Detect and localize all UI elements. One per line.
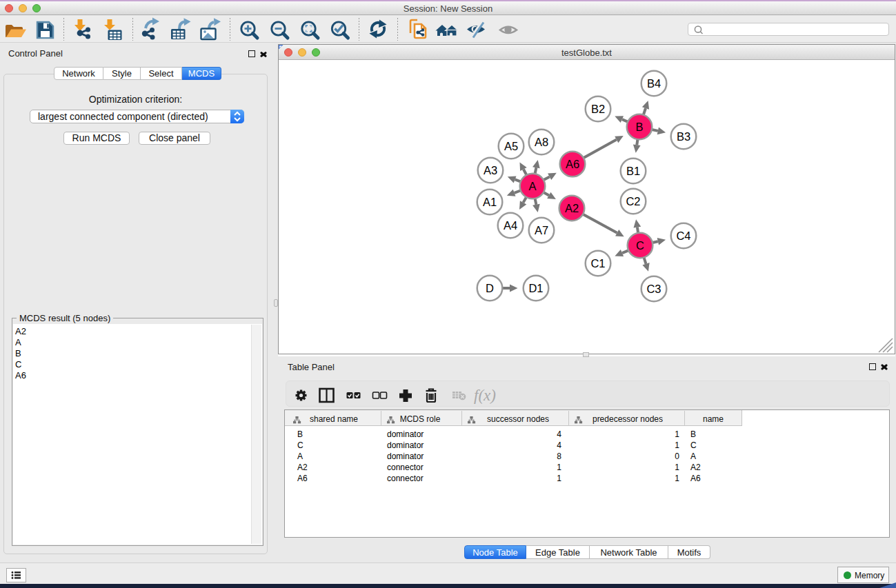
- svg-text:B4: B4: [647, 77, 661, 90]
- svg-text:C: C: [690, 440, 697, 450]
- svg-text:4: 4: [557, 429, 561, 439]
- svg-text:1: 1: [557, 463, 561, 472]
- svg-text:A6: A6: [297, 474, 308, 483]
- svg-text:connector: connector: [387, 463, 424, 472]
- svg-text:C: C: [297, 440, 303, 450]
- svg-text:A4: A4: [504, 219, 517, 232]
- svg-text:B: B: [690, 429, 696, 439]
- svg-text:8: 8: [557, 452, 561, 461]
- svg-text:MCDS role: MCDS role: [400, 414, 441, 424]
- svg-text:dominator: dominator: [387, 452, 424, 461]
- svg-text:A: A: [528, 180, 536, 192]
- svg-text:C: C: [636, 239, 644, 252]
- svg-text:1: 1: [675, 440, 679, 450]
- svg-text:A2: A2: [690, 463, 701, 472]
- svg-text:1: 1: [557, 474, 561, 483]
- svg-text:A: A: [297, 452, 303, 461]
- svg-text:shared name: shared name: [310, 414, 358, 424]
- svg-text:B3: B3: [677, 130, 690, 143]
- svg-text:1: 1: [675, 474, 679, 483]
- svg-text:B2: B2: [591, 103, 605, 115]
- svg-text:A: A: [690, 452, 696, 461]
- svg-text:4: 4: [557, 440, 561, 450]
- svg-text:B: B: [297, 429, 303, 439]
- svg-text:f(x): f(x): [474, 387, 496, 404]
- svg-text:B: B: [635, 121, 643, 133]
- svg-text:predecessor nodes: predecessor nodes: [593, 414, 663, 424]
- svg-text:name: name: [703, 414, 724, 424]
- svg-text:A8: A8: [535, 136, 548, 148]
- svg-text:A1: A1: [483, 196, 497, 208]
- svg-text:C4: C4: [676, 230, 690, 242]
- svg-text:A7: A7: [535, 224, 548, 236]
- svg-text:C3: C3: [646, 283, 661, 295]
- svg-text:0: 0: [675, 452, 679, 461]
- svg-text:A3: A3: [484, 164, 497, 176]
- svg-text:successor nodes: successor nodes: [487, 414, 549, 424]
- svg-text:D1: D1: [528, 282, 543, 294]
- svg-text:B1: B1: [626, 165, 640, 177]
- svg-text:A6: A6: [566, 158, 579, 170]
- svg-text:C2: C2: [626, 195, 640, 207]
- svg-text:A2: A2: [297, 463, 308, 472]
- svg-text:1: 1: [675, 463, 679, 472]
- svg-text:A2: A2: [565, 202, 579, 214]
- svg-text:A5: A5: [504, 140, 518, 152]
- svg-text:dominator: dominator: [387, 440, 424, 450]
- svg-text:D: D: [486, 282, 494, 294]
- svg-text:dominator: dominator: [387, 429, 424, 439]
- svg-text:A6: A6: [690, 474, 701, 483]
- svg-text:1: 1: [675, 429, 679, 439]
- svg-text:C1: C1: [590, 257, 605, 270]
- svg-text:connector: connector: [387, 474, 424, 483]
